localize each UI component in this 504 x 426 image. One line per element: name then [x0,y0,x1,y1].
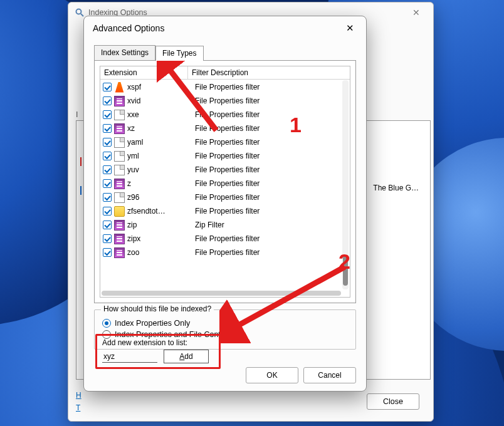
filetype-icon [114,179,125,189]
table-row[interactable]: xspfFile Properties filter [100,80,341,94]
checkbox-icon[interactable] [103,138,112,147]
cell-filter: File Properties filter [195,83,341,91]
cell-extension: xz [127,124,195,133]
cell-extension: z [127,179,195,188]
extension-input[interactable] [102,350,157,363]
cell-extension: z96 [127,193,195,202]
filetype-icon [114,96,125,106]
scrollbar-vertical[interactable] [342,80,349,289]
cell-extension: xspf [127,83,195,91]
radio-properties-only[interactable]: Index Properties Only [102,319,348,328]
filetype-icon [114,247,125,258]
tab-panel-file-types: Extension Filter Description xspfFile Pr… [94,60,356,303]
outer-close-button[interactable]: ✕ [402,8,431,18]
scrollbar-horizontal[interactable] [102,291,341,296]
cell-filter: File Properties filter [195,193,341,202]
cell-filter: File Properties filter [195,207,341,216]
magnifier-icon [75,8,85,18]
cell-filter: Zip Filter [195,221,341,229]
table-row[interactable]: xvidFile Properties filter [100,94,341,108]
table-row[interactable]: zipxFile Properties filter [100,232,341,246]
filetype-icon [114,234,125,244]
cell-filter: File Properties filter [195,165,341,174]
cell-extension: yml [127,152,195,160]
checkbox-icon[interactable] [103,152,112,160]
filetype-icon [114,123,125,134]
add-extension-box: Add new extension to list: Add [95,334,221,369]
right-list-item: The Blue G… [373,184,419,192]
add-extension-label: Add new extension to list: [102,338,214,347]
table-row[interactable]: yamlFile Properties filter [100,135,341,149]
table-row[interactable]: yuvFile Properties filter [100,163,341,177]
filetype-icon [114,110,125,120]
filetype-icon [114,82,125,93]
column-header-extension[interactable]: Extension [100,66,188,79]
ok-button[interactable]: OK [246,367,298,383]
filetype-icon [114,206,125,217]
cell-extension: zip [127,221,195,229]
table-row[interactable]: zipZip Filter [100,218,341,232]
table-row[interactable]: z96File Properties filter [100,190,341,204]
checkbox-icon[interactable] [103,96,112,105]
list-marker-icon [80,157,81,166]
filetype-icon [114,151,125,162]
cell-extension: yuv [127,165,195,174]
checkbox-icon[interactable] [103,83,112,91]
dialog-close-button[interactable]: ✕ [337,19,362,38]
checkbox-icon[interactable] [103,179,112,188]
tab-file-types[interactable]: File Types [155,46,203,61]
dialog-titlebar[interactable]: Advanced Options ✕ [84,16,366,40]
table-row[interactable]: xxeFile Properties filter [100,108,341,122]
checkbox-icon[interactable] [103,193,112,202]
svg-line-1 [81,14,83,16]
dialog-title: Advanced Options [93,23,164,33]
svg-point-0 [76,9,81,14]
table-row[interactable]: zfsendtot…File Properties filter [100,204,341,218]
cell-filter: File Properties filter [195,138,341,147]
checkbox-icon[interactable] [103,124,112,133]
table-row[interactable]: xzFile Properties filter [100,122,341,135]
cell-filter: File Properties filter [195,110,341,119]
tabstrip: Index Settings File Types [94,45,356,60]
radio-label: Index Properties Only [115,319,190,328]
dialog-advanced-options: Advanced Options ✕ Index Settings File T… [83,16,367,392]
group-legend: How should this file be indexed? [101,304,214,313]
filetype-icon [114,137,125,148]
table-row[interactable]: zooFile Properties filter [100,246,341,259]
cell-extension: yaml [127,138,195,147]
checkbox-icon[interactable] [103,248,112,257]
add-button[interactable]: Add [164,350,209,363]
cell-filter: File Properties filter [195,124,341,133]
filetype-icon [114,192,125,203]
cell-filter: File Properties filter [195,96,341,105]
cell-extension: xxe [127,110,195,119]
cancel-button[interactable]: Cancel [303,367,356,383]
checkbox-icon[interactable] [103,165,112,174]
table-row[interactable]: zFile Properties filter [100,177,341,190]
list-marker-icon [80,186,81,195]
checkbox-icon[interactable] [103,221,112,229]
scrollbar-thumb[interactable] [343,256,348,286]
cell-extension: zfsendtot… [127,207,195,216]
cell-extension: zipx [127,234,195,243]
close-button[interactable]: Close [367,393,419,410]
checkbox-icon[interactable] [103,234,112,243]
tab-index-settings[interactable]: Index Settings [94,45,155,60]
checkbox-icon[interactable] [103,110,112,119]
cell-filter: File Properties filter [195,234,341,243]
cell-extension: zoo [127,248,195,257]
checkbox-icon[interactable] [103,207,112,216]
radio-icon [102,319,111,328]
troubleshoot-link[interactable]: T [76,403,80,412]
cell-filter: File Properties filter [195,248,341,257]
table-row[interactable]: ymlFile Properties filter [100,149,341,163]
column-header-filter[interactable]: Filter Description [188,66,350,79]
help-link[interactable]: H [76,391,81,400]
cell-filter: File Properties filter [195,152,341,160]
cell-filter: File Properties filter [195,179,341,188]
extensions-table: Extension Filter Description xspfFile Pr… [100,66,350,298]
cell-extension: xvid [127,96,195,105]
filetype-icon [114,220,125,231]
filetype-icon [114,165,125,175]
